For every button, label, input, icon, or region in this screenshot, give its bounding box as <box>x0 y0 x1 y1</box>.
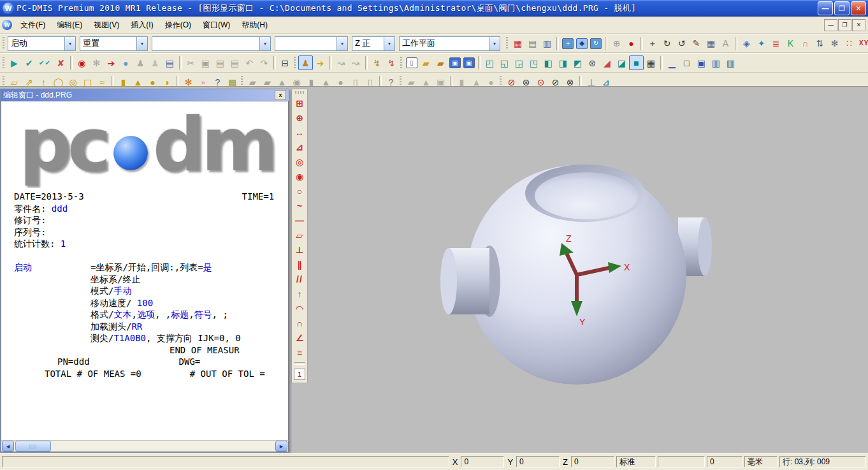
position-grid-icon[interactable]: ⊞ <box>293 96 307 110</box>
edit-window-close-button[interactable]: x <box>275 90 286 100</box>
mdi-close-button[interactable]: ✕ <box>852 19 865 31</box>
step-next-icon[interactable]: ➔ <box>313 55 328 70</box>
readout-window-icon[interactable]: ● <box>119 55 133 70</box>
restore-button[interactable]: ❐ <box>834 1 850 15</box>
translate-view-icon[interactable]: ＋ <box>562 38 574 49</box>
report-view-icon[interactable]: ▥ <box>709 55 723 70</box>
true-position-icon[interactable]: ⊕ <box>293 110 307 125</box>
pan-mode-icon[interactable]: ＋ <box>645 36 660 51</box>
new-part-icon[interactable]: ▯ <box>406 57 417 68</box>
solid-view-icon[interactable]: ■ <box>629 55 644 70</box>
view-cube-6-icon[interactable]: ◨ <box>556 55 570 70</box>
check-delete-icon[interactable]: ✘ <box>54 55 68 70</box>
jump-disabled-icon[interactable]: ↝ <box>334 55 349 70</box>
title-bar[interactable]: W PC-DMIS Premium 2010 MR1 Release - [图形… <box>0 0 868 17</box>
angularity-icon[interactable]: // <box>291 272 308 286</box>
edit-window[interactable]: 编辑窗口 - ddd.PRG x pc dm DATE=2013-5-3TIME… <box>0 89 289 453</box>
save-icon[interactable]: ▣ <box>449 57 461 68</box>
probe-combo[interactable]: ▼ <box>275 36 348 51</box>
layers-icon[interactable]: ≣ <box>769 36 783 51</box>
probe-enable-icon[interactable]: ♟ <box>298 55 313 70</box>
perpendicularity-icon[interactable]: ⊥ <box>293 242 307 257</box>
rotate-3d-icon[interactable]: ↺ <box>674 36 689 51</box>
distance-dim-icon[interactable]: ↔ <box>293 125 307 140</box>
feature-combo[interactable]: ▼ <box>152 36 271 51</box>
rotate-2d-icon[interactable]: ↻ <box>660 36 674 51</box>
graph-levels-icon[interactable]: K <box>783 36 798 51</box>
probe-ghost-icon[interactable]: ♟ <box>133 55 148 70</box>
lock-icon[interactable]: ∩ <box>798 36 813 51</box>
zoom-fit-icon[interactable]: ◆ <box>576 38 588 49</box>
mdi-restore-button[interactable]: ❐ <box>838 19 851 31</box>
view-cube-2-icon[interactable]: ◱ <box>497 55 512 70</box>
line-profile-icon[interactable]: ∩ <box>293 316 307 330</box>
undo-icon[interactable]: ↶ <box>242 55 257 70</box>
workplane-combo[interactable]: 工作平面▼ <box>399 36 500 51</box>
toolbar-grip[interactable] <box>506 37 508 50</box>
minimize-graphics-icon[interactable]: ▁ <box>665 55 679 70</box>
toolbar-grip[interactable] <box>3 57 4 70</box>
settings-gears-icon[interactable]: ✻ <box>827 36 842 51</box>
edit-page-1-button[interactable]: 1 <box>294 369 305 380</box>
menu-window[interactable]: 窗口(W) <box>197 18 236 33</box>
toolbar-grip[interactable] <box>400 57 402 70</box>
chevron-down-icon[interactable]: ▼ <box>259 37 270 50</box>
probe-pen-icon[interactable]: ✎ <box>689 36 704 51</box>
window-layout-icon[interactable]: □ <box>679 55 694 70</box>
alignment-combo[interactable]: 启动▼ <box>8 36 76 51</box>
probe-display-icon[interactable]: ✦ <box>754 36 769 51</box>
menu-operation[interactable]: 操作(O) <box>159 18 197 33</box>
view-cube-4-icon[interactable]: ◳ <box>526 55 541 70</box>
toolbar-grip[interactable] <box>295 91 304 94</box>
axis-combo[interactable]: Z 正▼ <box>352 36 395 51</box>
copy-icon[interactable]: ▣ <box>198 55 213 70</box>
menu-view[interactable]: 视图(V) <box>88 18 125 33</box>
paste-special-icon[interactable]: ▤ <box>228 55 242 70</box>
insert-move2-icon[interactable]: ↯ <box>384 55 399 70</box>
scroll-thumb[interactable]: |||| <box>15 441 51 452</box>
minimize-button[interactable]: — <box>818 1 833 15</box>
screen-grid-icon[interactable]: ▦ <box>644 55 658 70</box>
edit-window-content[interactable]: pc dm DATE=2013-5-3TIME=1零件名: ddd修订号:序列号… <box>1 101 289 440</box>
shaded-sphere-icon[interactable]: ● <box>624 36 639 51</box>
menu-insert[interactable]: 插入(I) <box>125 18 159 33</box>
chevron-down-icon[interactable]: ▼ <box>336 37 347 50</box>
cad-cube-icon[interactable]: ◪ <box>614 55 629 70</box>
view-cube-3-icon[interactable]: ◲ <box>512 55 526 70</box>
angle2-dim-icon[interactable]: ∠ <box>293 330 307 345</box>
flatness-icon[interactable]: ▱ <box>293 228 307 242</box>
redo-icon[interactable]: ↷ <box>257 55 271 70</box>
cut-icon[interactable]: ✂ <box>184 55 198 70</box>
refresh-view-icon[interactable]: ↻ <box>590 38 602 49</box>
save-as-icon[interactable]: ▣ <box>463 57 475 68</box>
record-icon[interactable]: ◉ <box>75 55 89 70</box>
text-scale-icon[interactable]: A <box>718 36 733 51</box>
execute-icon[interactable]: ▶ <box>7 55 22 70</box>
view-cube-5-icon[interactable]: ◧ <box>541 55 556 70</box>
probe-ghost2-icon[interactable]: ♟ <box>148 55 163 70</box>
edit-window-hscrollbar[interactable]: ◄ |||| ► <box>1 440 289 452</box>
report-template-icon[interactable]: ▥ <box>540 36 554 51</box>
parallelism-icon[interactable]: ∥ <box>293 257 307 272</box>
check-icon[interactable]: ✔ <box>22 55 36 70</box>
toolbar-grip[interactable] <box>3 37 4 50</box>
menu-edit[interactable]: 编辑(E) <box>51 18 88 33</box>
clip-plane-icon[interactable]: ◢ <box>600 55 614 70</box>
chevron-down-icon[interactable]: ▼ <box>136 37 147 50</box>
grid-edit-icon[interactable]: ▦ <box>704 36 718 51</box>
symmetry-icon[interactable]: ≡ <box>293 345 307 360</box>
xyz-axes-icon[interactable]: XYZ <box>857 36 868 51</box>
break-disabled-icon[interactable]: ↝ <box>349 55 363 70</box>
surface-profile-icon[interactable]: ◠ <box>293 301 307 316</box>
runout-icon[interactable]: ↑ <box>293 286 307 301</box>
cascade-windows-icon[interactable]: ▣ <box>694 55 709 70</box>
edit-window-titlebar[interactable]: 编辑窗口 - ddd.PRG x <box>1 89 289 101</box>
view-cube-7-icon[interactable]: ◩ <box>570 55 585 70</box>
toolbar-grip[interactable] <box>294 57 296 70</box>
print-icon[interactable]: ⊟ <box>278 55 293 70</box>
reset-combo[interactable]: 重置▼ <box>80 36 148 51</box>
circularity-icon[interactable]: ◉ <box>293 169 307 184</box>
chevron-down-icon[interactable]: ▼ <box>64 37 75 50</box>
close-button[interactable]: ✕ <box>851 1 866 15</box>
angle-dim-icon[interactable]: ⊿ <box>293 140 307 154</box>
